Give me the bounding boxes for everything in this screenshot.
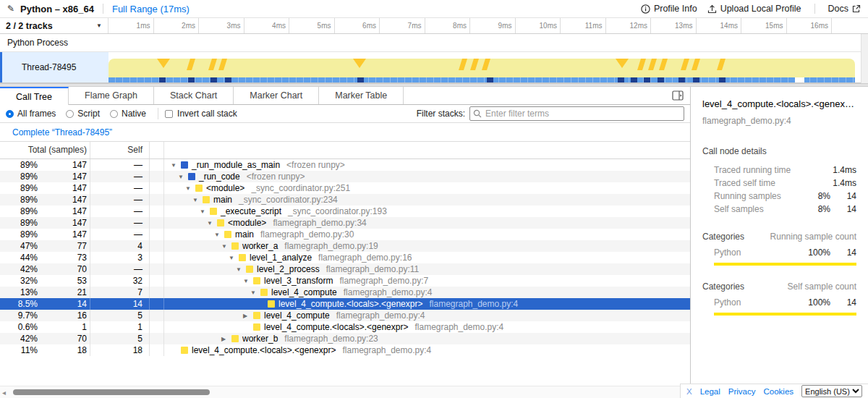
radio-option-native[interactable]: Native: [110, 109, 146, 119]
scroll-left-arrow-icon[interactable]: ◂: [2, 389, 6, 397]
call-tree-row[interactable]: 89%147—▼_execute_script_sync_coordinator…: [0, 206, 690, 217]
profile-info-button[interactable]: Profile Info: [641, 4, 697, 14]
total-percent-cell: 32%: [0, 276, 38, 286]
call-tree-row[interactable]: 89%147—▼_run_code<frozen runpy>: [0, 171, 690, 182]
edit-profile-name-icon[interactable]: ✎: [7, 4, 14, 14]
expand-toggle-icon[interactable]: ▼: [200, 208, 210, 215]
full-range-breadcrumb[interactable]: Full Range (17ms): [112, 4, 190, 14]
expand-toggle-icon[interactable]: ▼: [171, 162, 181, 169]
call-tree-rows: 89%147—▼_run_module_as_main<frozen runpy…: [0, 159, 690, 386]
footer-link-legal[interactable]: Legal: [700, 387, 720, 396]
category-value: 14: [830, 247, 856, 258]
profile-name[interactable]: Python – x86_64: [20, 4, 94, 14]
call-tree-row[interactable]: 42%70—▼level_2_processflamegraph_demo.py…: [0, 263, 690, 275]
total-percent-cell: 44%: [0, 253, 38, 263]
radio-option-all-frames[interactable]: All frames: [6, 109, 56, 119]
tree-cell: ▼level_4_computeflamegraph_demo.py:4: [164, 287, 690, 297]
total-percent-cell: 8.5%: [0, 299, 38, 309]
call-tree-row[interactable]: 47%774▼worker_aflamegraph_demo.py:19: [0, 240, 690, 252]
firefox-profiler-app: ✎ Python – x86_64 Full Range (17ms) Prof…: [0, 0, 868, 398]
ruler-tick: 3ms: [199, 18, 244, 33]
function-name: level_4_compute: [271, 287, 337, 297]
track-process-row[interactable]: Python Process: [0, 34, 868, 52]
invert-call-stack-option[interactable]: Invert call stack: [165, 109, 237, 119]
expand-toggle-icon[interactable]: ▼: [250, 289, 260, 296]
category-icon-yellow: [195, 185, 203, 192]
expand-toggle-icon[interactable]: ▼: [236, 266, 246, 273]
gutter-cell: [150, 263, 164, 275]
ruler-tick: 1ms: [109, 18, 154, 33]
invert-call-stack-checkbox[interactable]: [165, 110, 173, 118]
expand-toggle-icon[interactable]: ▼: [229, 255, 239, 261]
language-select[interactable]: English (US): [801, 385, 862, 397]
footer-links: XLegalPrivacyCookies: [686, 387, 793, 396]
call-tree-row[interactable]: 42%705▶worker_bflamegraph_demo.py:23: [0, 333, 690, 344]
file-location: flamegraph_demo.py:23: [284, 334, 378, 344]
gutter-cell: [150, 310, 164, 321]
tab-marker-table[interactable]: Marker Table: [319, 87, 404, 104]
tracks-vertical-scrollbar[interactable]: [861, 34, 868, 83]
expand-toggle-icon[interactable]: ▼: [214, 232, 224, 238]
tree-cell: ▶worker_bflamegraph_demo.py:23: [164, 334, 690, 344]
expand-toggle-icon[interactable]: ▼: [192, 197, 203, 203]
footer-link-cookies[interactable]: Cookies: [764, 387, 794, 396]
track-thread-row[interactable]: Thread-78495: [0, 52, 868, 83]
external-link-icon: [852, 4, 861, 13]
expand-toggle-icon[interactable]: ▶: [243, 313, 253, 319]
gutter-cell: [150, 240, 164, 252]
total-samples-cell: 77: [38, 240, 90, 252]
expand-toggle-icon[interactable]: ▼: [185, 185, 195, 192]
call-tree-settings: All framesScriptNative Invert call stack…: [0, 105, 690, 123]
expand-toggle-icon[interactable]: ▼: [207, 220, 217, 226]
docs-button[interactable]: Docs: [828, 4, 861, 14]
call-tree-row[interactable]: 89%147—▼main_sync_coordinator.py:234: [0, 194, 690, 206]
tab-flame-graph[interactable]: Flame Graph: [69, 87, 154, 104]
tree-cell: ▼worker_aflamegraph_demo.py:19: [164, 241, 690, 251]
radio-option-script[interactable]: Script: [66, 109, 100, 119]
footer-link-privacy[interactable]: Privacy: [728, 387, 756, 396]
file-location: <frozen runpy>: [286, 160, 345, 170]
tab-call-tree[interactable]: Call Tree: [0, 87, 69, 105]
categories-header: CategoriesSelf sample count: [702, 281, 856, 292]
expand-toggle-icon[interactable]: ▶: [221, 336, 231, 342]
file-location: flamegraph_demo.py:30: [260, 229, 354, 240]
tab-marker-chart[interactable]: Marker Chart: [234, 87, 319, 104]
expand-toggle-icon[interactable]: ▼: [221, 243, 231, 250]
call-tree-row[interactable]: 8.5%1414level_4_compute.<locals>.<genexp…: [0, 298, 690, 310]
timeline-ruler[interactable]: 1ms2ms3ms4ms5ms6ms7ms8ms9ms10ms11ms12ms1…: [109, 18, 832, 33]
column-header-self[interactable]: Self: [90, 142, 150, 158]
gutter-cell: [150, 321, 164, 333]
selected-track-accent-bar: [0, 52, 2, 82]
category-percent: 100%: [801, 247, 830, 258]
timeline-header: 2 / 2 tracks ▼ 1ms2ms3ms4ms5ms6ms7ms8ms9…: [0, 18, 868, 34]
horizontal-scrollbar[interactable]: ◂: [0, 386, 690, 398]
chevron-down-icon: ▼: [96, 22, 102, 29]
call-tree-row[interactable]: 89%147—▼<module>_sync_coordinator.py:251: [0, 182, 690, 194]
call-tree-row[interactable]: 0.6%11level_4_compute.<locals>.<genexpr>…: [0, 321, 690, 333]
thread-activity-graph[interactable]: [109, 52, 868, 82]
expand-toggle-icon[interactable]: ▼: [243, 278, 253, 284]
gutter-cell: [150, 333, 164, 344]
category-icon-yellow: [246, 266, 253, 273]
call-node-details: Traced running time1.4msTraced self time…: [702, 164, 856, 216]
upload-local-profile-button[interactable]: Upload Local Profile: [707, 4, 801, 14]
column-header-total[interactable]: Total (samples): [0, 142, 90, 158]
call-tree-row[interactable]: 89%147—▼mainflamegraph_demo.py:30: [0, 229, 690, 240]
filter-stacks-input[interactable]: [469, 106, 684, 121]
call-tree-row[interactable]: 11%1818level_4_compute.<locals>.<genexpr…: [0, 344, 690, 356]
sidebar-toggle-button[interactable]: [665, 87, 690, 104]
tracks-dropdown-button[interactable]: 2 / 2 tracks ▼: [0, 18, 109, 33]
category-icon-yellow: [239, 254, 246, 261]
tab-stack-chart[interactable]: Stack Chart: [154, 87, 234, 104]
scrollbar-thumb[interactable]: [13, 389, 210, 395]
expand-toggle-icon[interactable]: ▼: [178, 174, 188, 180]
tree-cell: ▼main_sync_coordinator.py:234: [164, 195, 690, 205]
call-tree-row[interactable]: 44%733▼level_1_analyzeflamegraph_demo.py…: [0, 252, 690, 263]
call-tree-row[interactable]: 9.7%165▶level_4_computeflamegraph_demo.p…: [0, 310, 690, 321]
call-tree-row[interactable]: 89%147—▼_run_module_as_main<frozen runpy…: [0, 159, 690, 171]
call-tree-row[interactable]: 89%147—▼<module>flamegraph_demo.py:34: [0, 217, 690, 229]
call-tree-row[interactable]: 32%5332▼level_3_transformflamegraph_demo…: [0, 275, 690, 287]
footer-link-x[interactable]: X: [686, 387, 692, 396]
breadcrumb[interactable]: Complete “Thread-78495”: [12, 127, 112, 137]
call-tree-row[interactable]: 13%217▼level_4_computeflamegraph_demo.py…: [0, 287, 690, 298]
